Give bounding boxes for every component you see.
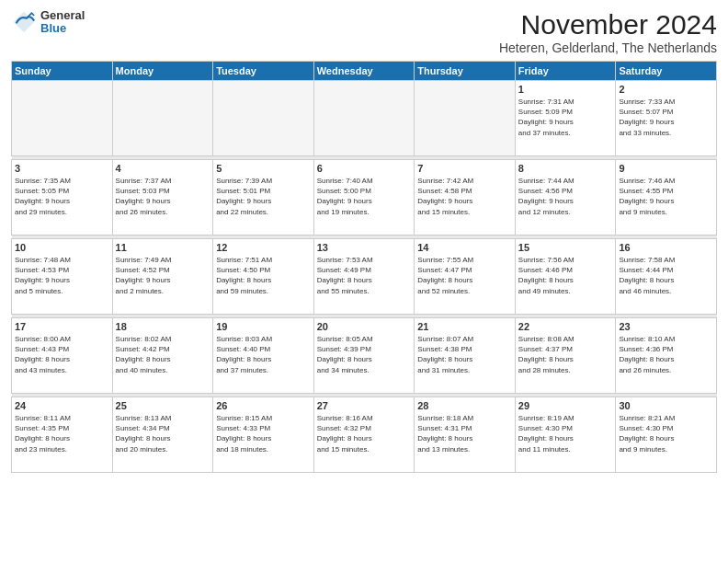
cell-4-4: 28Sunrise: 8:18 AM Sunset: 4:31 PM Dayli… [415, 397, 516, 473]
day-number: 21 [417, 321, 512, 332]
day-info: Sunrise: 7:53 AM Sunset: 4:49 PM Dayligh… [317, 255, 412, 296]
logo-line2: Blue [40, 22, 85, 35]
cell-4-3: 27Sunrise: 8:16 AM Sunset: 4:32 PM Dayli… [313, 397, 415, 473]
day-info: Sunrise: 7:51 AM Sunset: 4:50 PM Dayligh… [216, 255, 311, 296]
cell-2-4: 14Sunrise: 7:55 AM Sunset: 4:47 PM Dayli… [415, 239, 516, 315]
day-info: Sunrise: 7:42 AM Sunset: 4:58 PM Dayligh… [417, 176, 512, 217]
day-info: Sunrise: 7:49 AM Sunset: 4:52 PM Dayligh… [116, 255, 210, 296]
day-info: Sunrise: 8:15 AM Sunset: 4:33 PM Dayligh… [216, 413, 311, 454]
cell-1-2: 5Sunrise: 7:39 AM Sunset: 5:01 PM Daylig… [213, 160, 314, 236]
day-number: 17 [15, 321, 109, 332]
cell-0-6: 2Sunrise: 7:33 AM Sunset: 5:07 PM Daylig… [616, 81, 717, 156]
day-number: 30 [619, 400, 713, 411]
day-number: 24 [15, 400, 109, 411]
day-number: 1 [518, 84, 613, 95]
day-number: 25 [116, 400, 210, 411]
cell-4-1: 25Sunrise: 8:13 AM Sunset: 4:34 PM Dayli… [112, 397, 213, 473]
day-number: 5 [216, 163, 311, 174]
cell-1-5: 8Sunrise: 7:44 AM Sunset: 4:56 PM Daylig… [515, 160, 616, 236]
day-info: Sunrise: 8:13 AM Sunset: 4:34 PM Dayligh… [116, 413, 210, 454]
page: General Blue November 2024 Heteren, Geld… [0, 0, 728, 563]
day-info: Sunrise: 8:21 AM Sunset: 4:30 PM Dayligh… [619, 413, 713, 454]
header: General Blue November 2024 Heteren, Geld… [11, 9, 717, 55]
day-info: Sunrise: 7:44 AM Sunset: 4:56 PM Dayligh… [518, 176, 613, 217]
location: Heteren, Gelderland, The Netherlands [499, 40, 717, 55]
cell-3-6: 23Sunrise: 8:10 AM Sunset: 4:36 PM Dayli… [616, 318, 717, 394]
cell-1-6: 9Sunrise: 7:46 AM Sunset: 4:55 PM Daylig… [616, 160, 717, 236]
day-info: Sunrise: 8:08 AM Sunset: 4:37 PM Dayligh… [518, 334, 613, 375]
day-info: Sunrise: 7:58 AM Sunset: 4:44 PM Dayligh… [619, 255, 713, 296]
day-number: 3 [15, 163, 109, 174]
day-info: Sunrise: 8:18 AM Sunset: 4:31 PM Dayligh… [417, 413, 512, 454]
day-info: Sunrise: 7:56 AM Sunset: 4:46 PM Dayligh… [518, 255, 613, 296]
day-number: 16 [619, 242, 713, 253]
cell-3-0: 17Sunrise: 8:00 AM Sunset: 4:43 PM Dayli… [12, 318, 113, 394]
day-info: Sunrise: 8:07 AM Sunset: 4:38 PM Dayligh… [417, 334, 512, 375]
week-row-1: 1Sunrise: 7:31 AM Sunset: 5:09 PM Daylig… [12, 81, 717, 156]
cell-2-3: 13Sunrise: 7:53 AM Sunset: 4:49 PM Dayli… [313, 239, 415, 315]
week-row-4: 17Sunrise: 8:00 AM Sunset: 4:43 PM Dayli… [12, 318, 717, 394]
day-number: 7 [417, 163, 512, 174]
day-number: 19 [216, 321, 311, 332]
day-info: Sunrise: 7:46 AM Sunset: 4:55 PM Dayligh… [619, 176, 713, 217]
month-title: November 2024 [499, 9, 717, 40]
day-info: Sunrise: 7:48 AM Sunset: 4:53 PM Dayligh… [15, 255, 109, 296]
cell-4-5: 29Sunrise: 8:19 AM Sunset: 4:30 PM Dayli… [515, 397, 616, 473]
cell-0-3 [313, 81, 415, 156]
day-number: 8 [518, 163, 613, 174]
col-tuesday: Tuesday [213, 62, 314, 81]
day-number: 23 [619, 321, 713, 332]
cell-4-0: 24Sunrise: 8:11 AM Sunset: 4:35 PM Dayli… [12, 397, 113, 473]
day-number: 4 [116, 163, 210, 174]
day-number: 26 [216, 400, 311, 411]
day-info: Sunrise: 8:19 AM Sunset: 4:30 PM Dayligh… [518, 413, 613, 454]
cell-2-0: 10Sunrise: 7:48 AM Sunset: 4:53 PM Dayli… [12, 239, 113, 315]
cell-3-2: 19Sunrise: 8:03 AM Sunset: 4:40 PM Dayli… [213, 318, 314, 394]
logo-line1: General [40, 9, 85, 22]
col-saturday: Saturday [616, 62, 717, 81]
cell-0-2 [213, 81, 314, 156]
calendar: Sunday Monday Tuesday Wednesday Thursday… [11, 61, 717, 473]
week-row-3: 10Sunrise: 7:48 AM Sunset: 4:53 PM Dayli… [12, 239, 717, 315]
day-number: 28 [417, 400, 512, 411]
day-info: Sunrise: 7:35 AM Sunset: 5:05 PM Dayligh… [15, 176, 109, 217]
cell-2-2: 12Sunrise: 7:51 AM Sunset: 4:50 PM Dayli… [213, 239, 314, 315]
logo-icon [11, 9, 37, 35]
day-info: Sunrise: 8:03 AM Sunset: 4:40 PM Dayligh… [216, 334, 311, 375]
header-row: Sunday Monday Tuesday Wednesday Thursday… [12, 62, 717, 81]
day-number: 22 [518, 321, 613, 332]
day-info: Sunrise: 7:31 AM Sunset: 5:09 PM Dayligh… [518, 97, 613, 138]
day-info: Sunrise: 8:00 AM Sunset: 4:43 PM Dayligh… [15, 334, 109, 375]
day-number: 29 [518, 400, 613, 411]
day-number: 12 [216, 242, 311, 253]
cell-4-2: 26Sunrise: 8:15 AM Sunset: 4:33 PM Dayli… [213, 397, 314, 473]
day-number: 10 [15, 242, 109, 253]
cell-2-6: 16Sunrise: 7:58 AM Sunset: 4:44 PM Dayli… [616, 239, 717, 315]
day-number: 20 [317, 321, 412, 332]
day-number: 2 [619, 84, 713, 95]
cell-3-1: 18Sunrise: 8:02 AM Sunset: 4:42 PM Dayli… [112, 318, 213, 394]
day-number: 6 [317, 163, 412, 174]
day-info: Sunrise: 7:37 AM Sunset: 5:03 PM Dayligh… [116, 176, 210, 217]
day-info: Sunrise: 8:11 AM Sunset: 4:35 PM Dayligh… [15, 413, 109, 454]
day-number: 9 [619, 163, 713, 174]
cell-3-4: 21Sunrise: 8:07 AM Sunset: 4:38 PM Dayli… [415, 318, 516, 394]
cell-2-5: 15Sunrise: 7:56 AM Sunset: 4:46 PM Dayli… [515, 239, 616, 315]
cell-3-5: 22Sunrise: 8:08 AM Sunset: 4:37 PM Dayli… [515, 318, 616, 394]
col-monday: Monday [112, 62, 213, 81]
day-info: Sunrise: 7:33 AM Sunset: 5:07 PM Dayligh… [619, 97, 713, 138]
day-number: 13 [317, 242, 412, 253]
cell-2-1: 11Sunrise: 7:49 AM Sunset: 4:52 PM Dayli… [112, 239, 213, 315]
cell-1-4: 7Sunrise: 7:42 AM Sunset: 4:58 PM Daylig… [415, 160, 516, 236]
col-friday: Friday [515, 62, 616, 81]
cell-3-3: 20Sunrise: 8:05 AM Sunset: 4:39 PM Dayli… [313, 318, 415, 394]
cell-0-4 [415, 81, 516, 156]
day-info: Sunrise: 8:02 AM Sunset: 4:42 PM Dayligh… [116, 334, 210, 375]
day-info: Sunrise: 8:10 AM Sunset: 4:36 PM Dayligh… [619, 334, 713, 375]
cell-1-0: 3Sunrise: 7:35 AM Sunset: 5:05 PM Daylig… [12, 160, 113, 236]
day-info: Sunrise: 7:40 AM Sunset: 5:00 PM Dayligh… [317, 176, 412, 217]
day-info: Sunrise: 8:05 AM Sunset: 4:39 PM Dayligh… [317, 334, 412, 375]
cell-0-1 [112, 81, 213, 156]
logo: General Blue [11, 9, 85, 36]
cell-0-5: 1Sunrise: 7:31 AM Sunset: 5:09 PM Daylig… [515, 81, 616, 156]
